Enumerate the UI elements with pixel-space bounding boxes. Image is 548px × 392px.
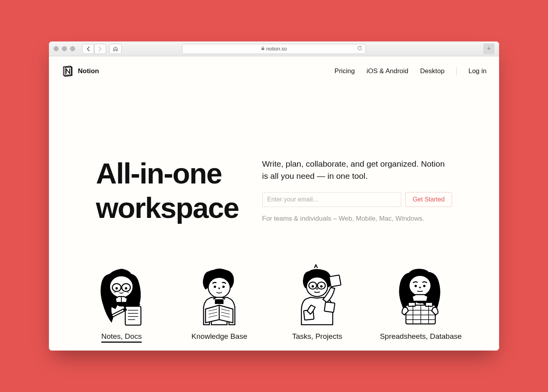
svg-rect-10 [215,299,224,304]
nav-link-desktop[interactable]: Desktop [420,67,444,75]
svg-point-8 [214,286,216,288]
tasks-projects-illustration [282,256,352,327]
forward-button[interactable] [94,44,106,54]
hero-title-line1: All-in-one [96,157,222,190]
lock-icon [261,46,265,51]
svg-point-20 [415,285,417,287]
nav-link-mobile[interactable]: iOS & Android [367,67,409,75]
notion-logo-icon [61,65,74,77]
get-started-button[interactable]: Get Started [405,192,452,207]
address-bar[interactable]: notion.so [182,44,366,54]
back-button[interactable] [82,44,94,54]
feature-label: Tasks, Projects [292,332,342,341]
home-button[interactable] [109,44,122,54]
knowledge-base-illustration [184,256,254,327]
nav-divider [456,67,457,75]
page-content: Notion Pricing iOS & Android Desktop Log… [49,56,499,351]
brand-name: Notion [78,67,99,75]
svg-rect-24 [425,302,433,306]
nav-link-pricing[interactable]: Pricing [335,67,355,75]
svg-rect-0 [261,48,264,50]
browser-window: notion.so + Notion Pricing iOS & [49,41,499,351]
svg-point-11 [306,277,328,297]
hero-meta: For teams & individuals – Web, Mobile, M… [262,215,452,223]
nav-link-login[interactable]: Log in [469,67,487,75]
hero-title-line2: workspace [96,192,239,224]
main-nav: Pricing iOS & Android Desktop Log in [335,67,487,75]
feature-notes-docs[interactable]: Notes, Docs [86,256,157,343]
svg-rect-23 [408,302,415,306]
hero-title-block: All-in-one workspace [96,156,239,225]
hero-details: Write, plan, collaborate, and get organi… [262,156,452,225]
svg-point-9 [222,286,225,288]
nav-buttons [82,44,106,54]
svg-rect-17 [324,302,335,312]
close-window-icon[interactable] [54,46,59,51]
feature-label: Notes, Docs [101,332,142,343]
hero-description: Write, plan, collaborate, and get organi… [262,158,452,182]
feature-label: Knowledge Base [191,332,247,341]
svg-point-14 [312,285,314,288]
reload-icon[interactable] [357,45,362,52]
svg-point-4 [115,287,118,290]
hero-title: All-in-one workspace [96,156,239,225]
feature-spreadsheets-database[interactable]: Spreadsheets, Database [380,256,461,343]
minimize-window-icon[interactable] [62,46,67,51]
site-header: Notion Pricing iOS & Android Desktop Log… [49,56,499,86]
new-tab-button[interactable]: + [483,43,494,54]
feature-tasks-projects[interactable]: Tasks, Projects [282,256,352,343]
svg-point-5 [125,287,127,290]
svg-rect-6 [125,306,141,325]
svg-point-15 [320,285,323,288]
hero-section: All-in-one workspace Write, plan, collab… [49,86,499,225]
url-host: notion.so [266,46,287,52]
email-field[interactable] [262,192,402,207]
browser-chrome: notion.so + [49,41,499,56]
maximize-window-icon[interactable] [70,46,75,51]
traffic-lights [54,46,75,51]
logo[interactable]: Notion [61,65,99,77]
svg-point-19 [409,275,431,296]
features-section: Notes, Docs [49,225,499,351]
notes-docs-illustration [86,256,157,327]
signup-form: Get Started [262,192,452,207]
svg-rect-16 [329,275,341,287]
svg-point-21 [423,285,425,287]
feature-knowledge-base[interactable]: Knowledge Base [184,256,254,343]
feature-label: Spreadsheets, Database [380,332,461,341]
svg-point-7 [208,277,230,298]
spreadsheets-database-illustration [386,256,456,327]
